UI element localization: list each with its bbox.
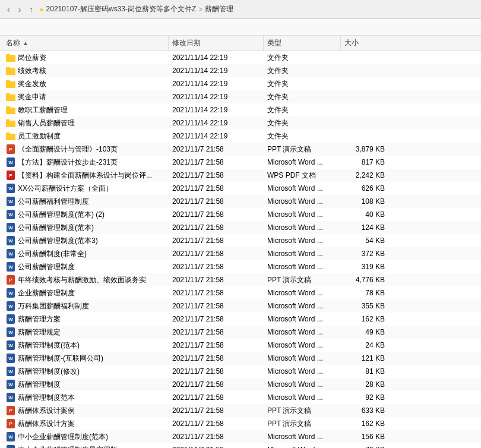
table-row[interactable]: 公司薪酬管理制度(范本) (2) 2021/11/7 21:58 Microso… <box>0 208 481 221</box>
table-row[interactable]: 薪酬体系设计方案 2021/11/7 21:58 PPT 演示文稿 162 KB <box>0 417 481 430</box>
file-size: 156 KB <box>341 433 388 441</box>
file-name: 中小企业薪酬管理制度(范本) <box>2 432 169 442</box>
breadcrumb-root[interactable]: 20210107-解压密码ws33-岗位薪资等多个文件Z <box>46 4 197 14</box>
word-icon <box>6 223 15 232</box>
file-name-text: 薪酬管理制度-(互联网公司) <box>18 354 103 364</box>
file-size: 28 KB <box>341 380 388 389</box>
file-name: 企业薪酬管理制度 <box>2 288 169 298</box>
table-row[interactable]: 薪酬体系设计案例 2021/11/7 21:58 PPT 演示文稿 633 KB <box>0 404 481 417</box>
file-size: 121 KB <box>341 354 388 362</box>
file-name-text: 【方法】薪酬设计按步走-231页 <box>18 157 118 168</box>
file-name-text: 《全面薪酬设计与管理》-103页 <box>18 144 118 154</box>
file-type: PPT 演示文稿 <box>264 419 341 429</box>
nav-up-icon[interactable]: ↑ <box>27 4 36 15</box>
file-date: 2021/11/7 21:58 <box>169 302 264 310</box>
file-size: 24 KB <box>341 341 388 349</box>
file-name-text: 公司薪酬管理制度(范本) (2) <box>18 210 105 220</box>
file-date: 2021/11/14 22:19 <box>169 119 264 127</box>
table-row[interactable]: 奖金申请 2021/11/14 22:19 文件夹 <box>0 90 481 103</box>
folder-icon <box>6 118 15 128</box>
file-size: 124 KB <box>341 223 388 232</box>
table-row[interactable]: 企业薪酬管理制度 2021/11/7 21:58 Microsoft Word … <box>0 286 481 299</box>
word-icon <box>6 262 15 272</box>
file-date: 2021/11/7 21:58 <box>169 328 264 336</box>
word-icon <box>6 197 15 206</box>
nav-forward-icon[interactable]: › <box>16 4 24 15</box>
file-date: 2021/11/14 22:19 <box>169 132 264 140</box>
file-type: WPS PDF 文档 <box>264 171 341 181</box>
table-row[interactable]: 奖金发放 2021/11/14 22:19 文件夹 <box>0 77 481 90</box>
table-row[interactable]: 岗位薪资 2021/11/14 22:19 文件夹 <box>0 51 481 64</box>
file-size: 40 KB <box>341 210 388 219</box>
word-icon <box>6 184 15 193</box>
table-row[interactable]: 绩效考核 2021/11/14 22:19 文件夹 <box>0 64 481 77</box>
word-icon <box>6 301 15 311</box>
table-row[interactable]: 公司薪酬福利管理制度 2021/11/7 21:58 Microsoft Wor… <box>0 195 481 208</box>
file-name-text: 薪酬管理制度范本 <box>18 393 75 403</box>
table-row[interactable]: 薪酬管理规定 2021/11/7 21:58 Microsoft Word ..… <box>0 326 481 339</box>
file-type: Microsoft Word ... <box>264 354 341 362</box>
table-row[interactable]: 公司薪酬管理制度(范本3) 2021/11/7 21:58 Microsoft … <box>0 234 481 247</box>
file-date: 2021/11/7 21:58 <box>169 446 264 448</box>
table-row[interactable]: 中小企业薪酬管理制度最实用版 2021/11/7 21:58 Microsoft… <box>0 443 481 448</box>
table-row[interactable]: 公司薪酬制度(非常全) 2021/11/7 21:58 Microsoft Wo… <box>0 247 481 260</box>
table-row[interactable]: 【资料】构建全面薪酬体系设计与岗位评... 2021/11/7 21:58 WP… <box>0 169 481 182</box>
table-row[interactable]: 教职工薪酬管理 2021/11/14 22:19 文件夹 <box>0 103 481 116</box>
table-row[interactable]: 公司薪酬管理制度 2021/11/7 21:58 Microsoft Word … <box>0 260 481 273</box>
file-type: Microsoft Word ... <box>264 433 341 441</box>
file-name: 奖金申请 <box>2 92 169 102</box>
table-row[interactable]: 年终绩效考核与薪酬激励、绩效面谈务实 2021/11/7 21:58 PPT 演… <box>0 273 481 286</box>
file-date: 2021/11/7 21:58 <box>169 406 264 415</box>
file-name: 薪酬管理规定 <box>2 327 169 337</box>
col-header-date[interactable]: 修改日期 <box>169 36 264 51</box>
file-size: 92 KB <box>341 393 388 402</box>
file-type: PPT 演示文稿 <box>264 275 341 285</box>
table-row[interactable]: 【方法】薪酬设计按步走-231页 2021/11/7 21:58 Microso… <box>0 156 481 169</box>
word-icon <box>6 327 15 337</box>
column-headers: 名称 ▲ 修改日期 类型 大小 <box>0 36 481 51</box>
breadcrumb-folder-icon: ● <box>39 5 43 14</box>
file-type: Microsoft Word ... <box>264 250 341 258</box>
word-icon <box>6 157 15 167</box>
file-name-text: 公司薪酬制度(非常全) <box>18 249 87 259</box>
file-name: 公司薪酬制度(非常全) <box>2 249 169 259</box>
file-date: 2021/11/7 21:58 <box>169 276 264 284</box>
col-header-type[interactable]: 类型 <box>264 36 341 51</box>
file-name-text: 奖金申请 <box>18 92 46 102</box>
table-row[interactable]: 薪酬管理制度范本 2021/11/7 21:58 Microsoft Word … <box>0 391 481 404</box>
file-name: 万科集团薪酬福利制度 <box>2 301 169 311</box>
file-type: Microsoft Word ... <box>264 393 341 402</box>
table-row[interactable]: 《全面薪酬设计与管理》-103页 2021/11/7 21:58 PPT 演示文… <box>0 143 481 156</box>
file-name: 薪酬管理方案 <box>2 314 169 324</box>
file-name: 薪酬管理制度 <box>2 380 169 390</box>
table-row[interactable]: 薪酬管理制度-(互联网公司) 2021/11/7 21:58 Microsoft… <box>0 352 481 365</box>
file-type: Microsoft Word ... <box>264 236 341 245</box>
table-row[interactable]: 薪酬管理制度 2021/11/7 21:58 Microsoft Word ..… <box>0 378 481 391</box>
table-row[interactable]: XX公司薪酬设计方案（全面） 2021/11/7 21:58 Microsoft… <box>0 182 481 195</box>
table-row[interactable]: 公司薪酬管理制度(范本) 2021/11/7 21:58 Microsoft W… <box>0 221 481 234</box>
file-name-text: 企业薪酬管理制度 <box>18 288 75 298</box>
breadcrumb-current[interactable]: 薪酬管理 <box>205 4 233 14</box>
file-size: 633 KB <box>341 406 388 415</box>
file-size: 319 KB <box>341 263 388 271</box>
nav-back-icon[interactable]: ‹ <box>5 4 12 15</box>
col-header-size[interactable]: 大小 <box>341 36 388 51</box>
file-size: 3,879 KB <box>341 145 388 153</box>
file-type: Microsoft Word ... <box>264 367 341 376</box>
col-header-name[interactable]: 名称 ▲ <box>2 36 169 51</box>
file-name: 绩效考核 <box>2 66 169 76</box>
table-row[interactable]: 员工激励制度 2021/11/14 22:19 文件夹 <box>0 130 481 143</box>
table-row[interactable]: 销售人员薪酬管理 2021/11/14 22:19 文件夹 <box>0 116 481 130</box>
file-name: 奖金发放 <box>2 79 169 89</box>
file-name-text: 万科集团薪酬福利制度 <box>18 301 89 311</box>
table-row[interactable]: 中小企业薪酬管理制度(范本) 2021/11/7 21:58 Microsoft… <box>0 430 481 443</box>
file-size: 78 KB <box>341 289 388 297</box>
file-type: Microsoft Word ... <box>264 197 341 206</box>
file-date: 2021/11/7 21:58 <box>169 184 264 193</box>
explorer-toolbar <box>0 19 481 36</box>
table-row[interactable]: 薪酬管理制度(修改) 2021/11/7 21:58 Microsoft Wor… <box>0 365 481 378</box>
file-name-text: 绩效考核 <box>18 66 46 76</box>
table-row[interactable]: 薪酬管理制度(范本) 2021/11/7 21:58 Microsoft Wor… <box>0 339 481 352</box>
table-row[interactable]: 万科集团薪酬福利制度 2021/11/7 21:58 Microsoft Wor… <box>0 299 481 313</box>
table-row[interactable]: 薪酬管理方案 2021/11/7 21:58 Microsoft Word ..… <box>0 313 481 326</box>
